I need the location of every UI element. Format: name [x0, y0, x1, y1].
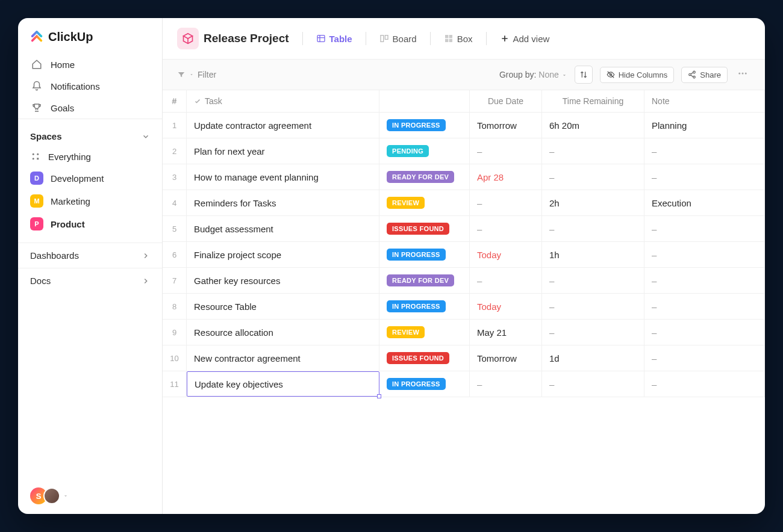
col-header-status[interactable]	[379, 90, 470, 112]
nav-goals[interactable]: Goals	[23, 97, 157, 119]
cell-task[interactable]: Finalize project scope	[187, 242, 379, 267]
cell-due-date[interactable]: –	[470, 371, 542, 397]
space-everything[interactable]: Everything	[18, 146, 162, 167]
col-header-due[interactable]: Due Date	[470, 90, 542, 112]
cell-due-date[interactable]: –	[470, 216, 542, 241]
cell-time-remaining[interactable]: –	[542, 294, 644, 319]
cell-note[interactable]: –	[644, 242, 765, 267]
nav-dashboards[interactable]: Dashboards	[18, 243, 162, 268]
brand-logo[interactable]: ClickUp	[18, 18, 162, 54]
cell-status[interactable]: IN PROGRESS	[379, 113, 470, 138]
cell-status[interactable]: REVIEW	[379, 320, 470, 345]
table-row[interactable]: 2Plan for next yearPENDING–––	[163, 138, 765, 164]
table-row[interactable]: 11Update key objectivesIN PROGRESS–––	[163, 371, 765, 397]
table-row[interactable]: 1Update contractor agreementIN PROGRESST…	[163, 113, 765, 138]
table-row[interactable]: 10New contractor agreementISSUES FOUNDTo…	[163, 345, 765, 371]
cell-status[interactable]: REVIEW	[379, 190, 470, 215]
space-item-product[interactable]: PProduct	[18, 212, 162, 235]
hide-columns-button[interactable]: Hide Columns	[600, 67, 675, 83]
group-by-selector[interactable]: Group by: None	[499, 70, 567, 79]
table-row[interactable]: 6Finalize project scopeIN PROGRESSToday1…	[163, 242, 765, 268]
view-board[interactable]: Board	[375, 30, 422, 48]
cell-status[interactable]: IN PROGRESS	[379, 371, 470, 397]
view-table[interactable]: Table	[311, 30, 357, 48]
cell-note[interactable]: –	[644, 320, 765, 345]
cell-due-date[interactable]: Tomorrow	[470, 345, 542, 371]
table-row[interactable]: 7Gather key resourcesREADY FOR DEV–––	[163, 268, 765, 294]
cell-task[interactable]: Resource allocation	[187, 320, 379, 345]
cell-note[interactable]: –	[644, 216, 765, 241]
cell-task[interactable]: Budget assessment	[187, 216, 379, 241]
cell-status[interactable]: READY FOR DEV	[379, 268, 470, 293]
cell-due-date[interactable]: –	[470, 268, 542, 293]
cell-number: 9	[163, 320, 187, 345]
cell-number: 4	[163, 190, 187, 215]
cell-time-remaining[interactable]: –	[542, 371, 644, 397]
col-header-note[interactable]: Note	[644, 90, 765, 112]
space-label: Product	[51, 219, 85, 229]
table-row[interactable]: 9Resource allocationREVIEWMay 21––	[163, 320, 765, 345]
view-box[interactable]: Box	[439, 30, 478, 48]
cell-note[interactable]: –	[644, 138, 765, 164]
home-icon	[31, 59, 42, 70]
share-button[interactable]: Share	[681, 67, 728, 83]
cell-note[interactable]: –	[644, 294, 765, 319]
add-view[interactable]: Add view	[495, 30, 555, 48]
cell-task[interactable]: Update key objectives	[187, 371, 379, 397]
cell-status[interactable]: IN PROGRESS	[379, 242, 470, 267]
table-row[interactable]: 3How to manage event planningREADY FOR D…	[163, 164, 765, 190]
cell-due-date[interactable]: Tomorrow	[470, 113, 542, 138]
spaces-title: Spaces	[30, 131, 62, 141]
cell-status[interactable]: READY FOR DEV	[379, 164, 470, 190]
cell-due-date[interactable]: Apr 28	[470, 164, 542, 190]
col-header-time[interactable]: Time Remaining	[542, 90, 644, 112]
filter-button[interactable]: Filter	[177, 70, 216, 79]
cell-task[interactable]: Plan for next year	[187, 138, 379, 164]
cell-time-remaining[interactable]: –	[542, 216, 644, 241]
cell-note[interactable]: –	[644, 371, 765, 397]
nav-docs[interactable]: Docs	[18, 268, 162, 293]
cell-status[interactable]: PENDING	[379, 138, 470, 164]
table-row[interactable]: 4Reminders for TasksREVIEW–2hExecution	[163, 190, 765, 216]
cell-status[interactable]: IN PROGRESS	[379, 294, 470, 319]
cell-task[interactable]: Gather key resources	[187, 268, 379, 293]
cell-time-remaining[interactable]: –	[542, 164, 644, 190]
cell-task[interactable]: Reminders for Tasks	[187, 190, 379, 215]
cell-note[interactable]: Planning	[644, 113, 765, 138]
table-row[interactable]: 8Resource TableIN PROGRESSToday––	[163, 294, 765, 320]
cell-due-date[interactable]: Today	[470, 242, 542, 267]
sort-button[interactable]	[575, 66, 593, 84]
cell-note[interactable]: Execution	[644, 190, 765, 215]
spaces-header[interactable]: Spaces	[18, 126, 162, 146]
cell-time-remaining[interactable]: –	[542, 138, 644, 164]
nav-home[interactable]: Home	[23, 54, 157, 75]
cell-task[interactable]: New contractor agreement	[187, 345, 379, 371]
cell-time-remaining[interactable]: 6h 20m	[542, 113, 644, 138]
cell-time-remaining[interactable]: –	[542, 268, 644, 293]
space-item-development[interactable]: DDevelopment	[18, 167, 162, 190]
cell-note[interactable]: –	[644, 268, 765, 293]
cell-due-date[interactable]: May 21	[470, 320, 542, 345]
more-button[interactable]	[735, 66, 750, 84]
col-header-task[interactable]: Task	[187, 90, 379, 112]
cell-due-date[interactable]: –	[470, 138, 542, 164]
cell-note[interactable]: –	[644, 164, 765, 190]
cell-task[interactable]: Resource Table	[187, 294, 379, 319]
cell-time-remaining[interactable]: –	[542, 320, 644, 345]
space-item-marketing[interactable]: MMarketing	[18, 190, 162, 212]
nav-notifications[interactable]: Notifications	[23, 75, 157, 97]
cell-time-remaining[interactable]: 2h	[542, 190, 644, 215]
cell-task[interactable]: Update contractor agreement	[187, 113, 379, 138]
cell-status[interactable]: ISSUES FOUND	[379, 216, 470, 241]
resize-handle[interactable]	[377, 394, 381, 398]
user-menu[interactable]: S	[18, 478, 162, 514]
cell-task[interactable]: How to manage event planning	[187, 164, 379, 190]
cell-status[interactable]: ISSUES FOUND	[379, 345, 470, 371]
cell-time-remaining[interactable]: 1d	[542, 345, 644, 371]
table-row[interactable]: 5Budget assessmentISSUES FOUND–––	[163, 216, 765, 242]
cell-due-date[interactable]: –	[470, 190, 542, 215]
cell-note[interactable]: –	[644, 345, 765, 371]
cell-time-remaining[interactable]: 1h	[542, 242, 644, 267]
cell-due-date[interactable]: Today	[470, 294, 542, 319]
col-header-number[interactable]: #	[163, 90, 187, 112]
